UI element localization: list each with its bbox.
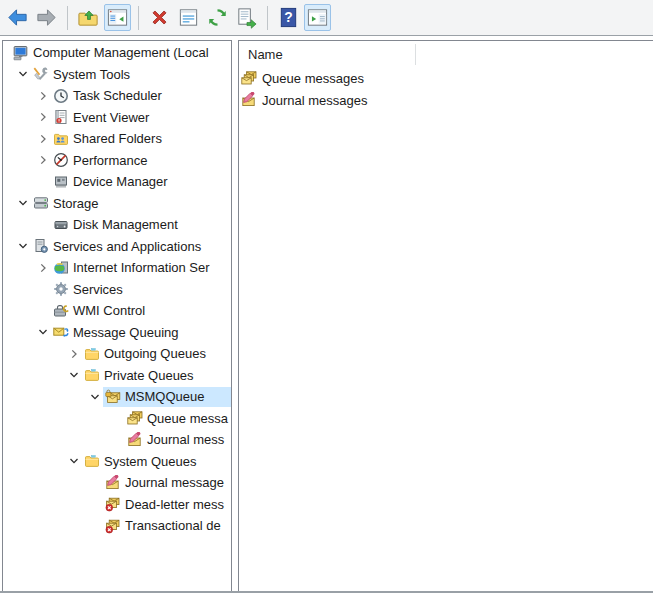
- tree-item-hit-area[interactable]: MSMQQueue: [103, 387, 231, 407]
- toolbar-button-forward[interactable]: [33, 4, 60, 31]
- toolbar-button-show-action-pane[interactable]: [304, 4, 331, 31]
- tree-item-label: MSMQQueue: [125, 389, 204, 404]
- tree-item-shared-folders[interactable]: Shared Folders: [3, 128, 231, 150]
- chevron-down-icon[interactable]: [15, 195, 31, 211]
- tree-item-label: Device Manager: [73, 174, 168, 189]
- tree-item-performance[interactable]: Performance: [3, 150, 231, 172]
- tree-item-hit-area[interactable]: WMI Control: [51, 301, 231, 321]
- chevron-right-icon[interactable]: [35, 88, 51, 104]
- tree-item-disk-management[interactable]: Disk Management: [3, 214, 231, 236]
- tree-item-msmqqueue[interactable]: MSMQQueue: [3, 386, 231, 408]
- journal-messages-icon: [127, 432, 143, 448]
- chevron-down-icon[interactable]: [35, 324, 51, 340]
- tree-item-hit-area[interactable]: Queue messa: [125, 408, 231, 428]
- chevron-right-icon[interactable]: [35, 260, 51, 276]
- tree-item-hit-area[interactable]: Transactional de: [103, 516, 231, 536]
- tree-item-label: Task Scheduler: [73, 88, 162, 103]
- toolbar-button-refresh[interactable]: [204, 4, 231, 31]
- tree-item-hit-area[interactable]: Task Scheduler: [51, 86, 231, 106]
- disk-management-icon: [53, 217, 69, 233]
- tree-item-hit-area[interactable]: Disk Management: [51, 215, 231, 235]
- tree-item-hit-area[interactable]: Shared Folders: [51, 129, 231, 149]
- tree-item-hit-area[interactable]: Services: [51, 279, 231, 299]
- toolbar-button-delete[interactable]: [146, 4, 173, 31]
- list-item-journal-messages[interactable]: Journal messages: [239, 89, 653, 111]
- delete-cross-icon: [148, 6, 171, 29]
- tree-item-services-and-applications[interactable]: Services and Applications: [3, 236, 231, 258]
- tree-item-hit-area[interactable]: Event Viewer: [51, 107, 231, 127]
- tree-item-hit-area[interactable]: Internet Information Ser: [51, 258, 231, 278]
- tree-item-hit-area[interactable]: Outgoing Queues: [82, 344, 231, 364]
- tree-item-wmi-control[interactable]: WMI Control: [3, 300, 231, 322]
- system-tools-icon: [33, 66, 49, 82]
- computer-icon: [13, 45, 29, 61]
- chevron-right-icon[interactable]: [35, 131, 51, 147]
- tree-item-task-scheduler[interactable]: Task Scheduler: [3, 85, 231, 107]
- services-gear-icon: [53, 281, 69, 297]
- toolbar-button-show-console-tree[interactable]: [104, 4, 131, 31]
- tree-item-event-viewer[interactable]: Event Viewer: [3, 107, 231, 129]
- column-header-name[interactable]: Name: [239, 41, 653, 67]
- tree-item-journal-message[interactable]: Journal message: [3, 472, 231, 494]
- toolbar-separator: [67, 6, 68, 30]
- tree-item-hit-area[interactable]: System Tools: [31, 64, 231, 84]
- queue-messages-icon: [127, 410, 143, 426]
- message-queuing-icon: [53, 324, 69, 340]
- performance-icon: [53, 152, 69, 168]
- tree-item-journal-mess[interactable]: Journal mess: [3, 429, 231, 451]
- chevron-down-icon[interactable]: [87, 389, 103, 405]
- toolbar: ?: [0, 0, 653, 36]
- tree-item-dead-letter-mess[interactable]: Dead-letter mess: [3, 494, 231, 516]
- arrow-left-back-icon: [6, 6, 29, 29]
- chevron-placeholder: [109, 410, 125, 426]
- task-scheduler-icon: [53, 88, 69, 104]
- tree-item-storage[interactable]: Storage: [3, 193, 231, 215]
- tree-item-hit-area[interactable]: Journal message: [103, 473, 231, 493]
- tree-item-private-queues[interactable]: Private Queues: [3, 365, 231, 387]
- tree-item-hit-area[interactable]: Journal mess: [125, 430, 231, 450]
- tree-item-hit-area[interactable]: Storage: [31, 193, 231, 213]
- chevron-right-icon[interactable]: [66, 346, 82, 362]
- svg-text:?: ?: [284, 9, 292, 25]
- chevron-down-icon[interactable]: [66, 367, 82, 383]
- queue-messages-icon: [241, 70, 257, 86]
- iis-icon: [53, 260, 69, 276]
- column-divider[interactable]: [415, 44, 416, 65]
- tree-item-outgoing-queues[interactable]: Outgoing Queues: [3, 343, 231, 365]
- toolbar-button-up-one-level[interactable]: [75, 4, 102, 31]
- chevron-right-icon[interactable]: [35, 152, 51, 168]
- tree-item-hit-area[interactable]: System Queues: [82, 451, 231, 471]
- tree-item-hit-area[interactable]: Computer Management (Local: [11, 43, 231, 63]
- tree-item-device-manager[interactable]: Device Manager: [3, 171, 231, 193]
- list-item-label: Journal messages: [262, 93, 368, 108]
- folder-up-icon: [77, 6, 100, 29]
- tree-item-hit-area[interactable]: Device Manager: [51, 172, 231, 192]
- tree-item-label: Dead-letter mess: [125, 497, 224, 512]
- tree-item-message-queuing[interactable]: Message Queuing: [3, 322, 231, 344]
- tree-item-queue-messa[interactable]: Queue messa: [3, 408, 231, 430]
- tree-item-hit-area[interactable]: Services and Applications: [31, 236, 231, 256]
- tree-item-label: Computer Management (Local: [33, 45, 209, 60]
- tree-item-system-queues[interactable]: System Queues: [3, 451, 231, 473]
- tree-item-transactional-de[interactable]: Transactional de: [3, 515, 231, 537]
- chevron-down-icon[interactable]: [15, 66, 31, 82]
- tree-item-hit-area[interactable]: Dead-letter mess: [103, 494, 231, 514]
- tree-item-hit-area[interactable]: Message Queuing: [51, 322, 231, 342]
- chevron-down-icon[interactable]: [66, 453, 82, 469]
- tree-item-system-tools[interactable]: System Tools: [3, 64, 231, 86]
- tree-item-internet-information-ser[interactable]: Internet Information Ser: [3, 257, 231, 279]
- help-question-icon: ?: [277, 6, 300, 29]
- tree-item-hit-area[interactable]: Private Queues: [82, 365, 231, 385]
- chevron-right-icon[interactable]: [35, 109, 51, 125]
- toolbar-button-export-list[interactable]: [233, 4, 260, 31]
- tree-item-services[interactable]: Services: [3, 279, 231, 301]
- toolbar-button-help[interactable]: ?: [275, 4, 302, 31]
- tree-item-hit-area[interactable]: Performance: [51, 150, 231, 170]
- chevron-down-icon[interactable]: [15, 238, 31, 254]
- toolbar-button-properties[interactable]: [175, 4, 202, 31]
- toolbar-separator: [267, 6, 268, 30]
- dead-letter-icon: [105, 518, 121, 534]
- list-item-queue-messages[interactable]: Queue messages: [239, 67, 653, 89]
- tree-item-computer-management-local[interactable]: Computer Management (Local: [3, 42, 231, 64]
- toolbar-button-back[interactable]: [4, 4, 31, 31]
